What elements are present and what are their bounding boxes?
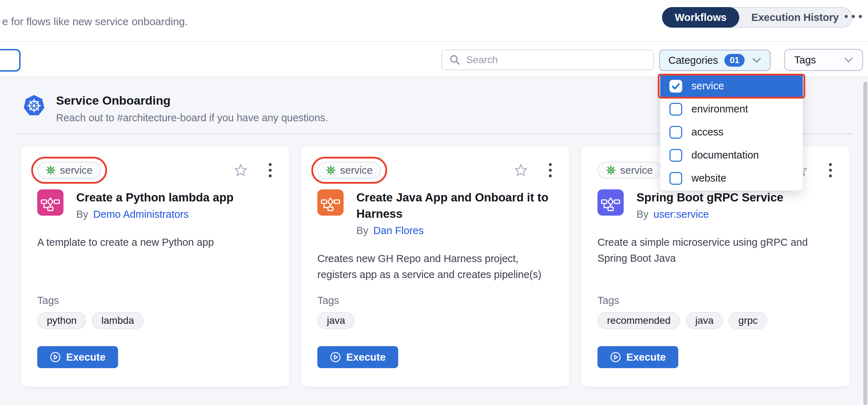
search-icon — [449, 54, 461, 66]
workflow-icon — [317, 189, 344, 216]
gear-icon — [46, 165, 56, 175]
author-link[interactable]: Dan Flores — [373, 225, 424, 237]
by-label: By — [76, 209, 88, 220]
author-link[interactable]: user:service — [653, 209, 709, 220]
category-badge: service — [317, 162, 381, 179]
categories-filter-button[interactable]: Categories 01 — [659, 50, 770, 71]
tab-execution-history[interactable]: Execution History — [739, 7, 852, 28]
chevron-down-icon — [752, 57, 761, 63]
dropdown-option-website[interactable]: website — [660, 167, 803, 190]
workflow-title: Spring Boot gRPC Service — [636, 189, 783, 206]
tags-filter-label: Tags — [794, 54, 816, 66]
dropdown-option-access[interactable]: access — [660, 121, 803, 144]
dropdown-option-label: environment — [691, 103, 748, 115]
star-icon[interactable] — [514, 163, 528, 177]
category-badge: service — [597, 162, 661, 179]
header-description-fragment: e for flows like new service onboarding. — [2, 16, 188, 28]
dropdown-option-environment[interactable]: environment — [660, 98, 803, 121]
tag-chips: java — [317, 312, 553, 329]
category-badge-label: service — [60, 165, 93, 176]
view-tab-group: Workflows Execution History — [662, 7, 852, 28]
workflow-card: service — [21, 146, 289, 387]
checkbox-unchecked-icon[interactable] — [669, 149, 682, 162]
tab-workflows[interactable]: Workflows — [662, 7, 739, 28]
checkbox-unchecked-icon[interactable] — [669, 103, 682, 116]
filter-toolbar: Categories 01 Tags — [0, 43, 868, 77]
cut-off-button[interactable] — [0, 49, 21, 72]
execute-button[interactable]: Execute — [37, 346, 118, 368]
tag-chip: java — [686, 312, 723, 329]
workflow-description: A template to create a new Python app — [37, 234, 273, 250]
checkbox-unchecked-icon[interactable] — [669, 172, 682, 185]
kubernetes-icon — [23, 94, 45, 118]
page-header: e for flows like new service onboarding.… — [0, 0, 868, 42]
tag-chip: recommended — [597, 312, 680, 329]
by-label: By — [356, 225, 368, 237]
checkbox-checked-icon[interactable] — [669, 80, 682, 93]
dropdown-option-label: website — [691, 172, 726, 184]
tag-chip: python — [37, 312, 86, 329]
play-circle-icon — [610, 351, 621, 363]
gear-icon — [606, 165, 616, 175]
kebab-menu-icon[interactable] — [828, 162, 833, 179]
workflow-icon — [597, 189, 624, 216]
categories-filter-label: Categories — [668, 55, 718, 66]
play-circle-icon — [330, 351, 341, 363]
tag-chip: java — [317, 312, 355, 329]
tags-label: Tags — [317, 295, 553, 306]
category-badge-label: service — [340, 165, 373, 176]
kebab-menu-icon[interactable] — [547, 162, 553, 179]
tag-chips: python lambda — [37, 312, 273, 329]
checkbox-unchecked-icon[interactable] — [669, 126, 682, 139]
tag-chips: recommended java grpc — [597, 312, 833, 329]
dropdown-option-documentation[interactable]: documentation — [660, 144, 803, 167]
categories-count-badge: 01 — [724, 54, 745, 67]
workflows-page: e for flows like new service onboarding.… — [0, 0, 868, 405]
star-icon[interactable] — [234, 163, 247, 177]
gear-icon — [326, 165, 336, 175]
ellipsis-icon[interactable] — [845, 15, 862, 18]
categories-dropdown: service environment access documentation… — [660, 74, 803, 190]
workflow-card: service — [301, 146, 569, 387]
tag-chip: grpc — [729, 312, 767, 329]
category-badge-label: service — [620, 165, 653, 176]
dropdown-option-service[interactable]: service — [660, 74, 803, 98]
tags-label: Tags — [597, 295, 833, 306]
workflow-title: Create Java App and Onboard it to Harnes… — [356, 189, 553, 222]
tags-label: Tags — [37, 295, 273, 306]
dropdown-option-label: service — [691, 80, 724, 92]
execute-button[interactable]: Execute — [597, 346, 678, 368]
author-link[interactable]: Demo Administrators — [93, 209, 189, 220]
section-title: Service Onboarding — [56, 94, 171, 107]
search-input[interactable] — [466, 54, 646, 66]
execute-button[interactable]: Execute — [317, 346, 398, 368]
dropdown-option-label: access — [691, 126, 723, 138]
tags-filter-button[interactable]: Tags — [784, 49, 863, 71]
vertical-scrollbar[interactable] — [863, 82, 867, 405]
category-badge: service — [37, 162, 101, 179]
workflow-description: Create a simple microservice using gRPC … — [597, 234, 833, 266]
workflow-description: Creates new GH Repo and Harness project,… — [317, 251, 553, 283]
section-subtitle: Reach out to #architecture-board if you … — [56, 112, 328, 124]
play-circle-icon — [50, 351, 61, 363]
tag-chip: lambda — [92, 312, 144, 329]
dropdown-option-label: documentation — [691, 149, 759, 161]
search-box[interactable] — [441, 50, 654, 70]
chevron-down-icon — [844, 57, 853, 63]
workflow-icon — [37, 189, 63, 216]
workflow-title: Create a Python lambda app — [76, 189, 234, 206]
kebab-menu-icon[interactable] — [267, 162, 273, 179]
by-label: By — [636, 209, 649, 220]
